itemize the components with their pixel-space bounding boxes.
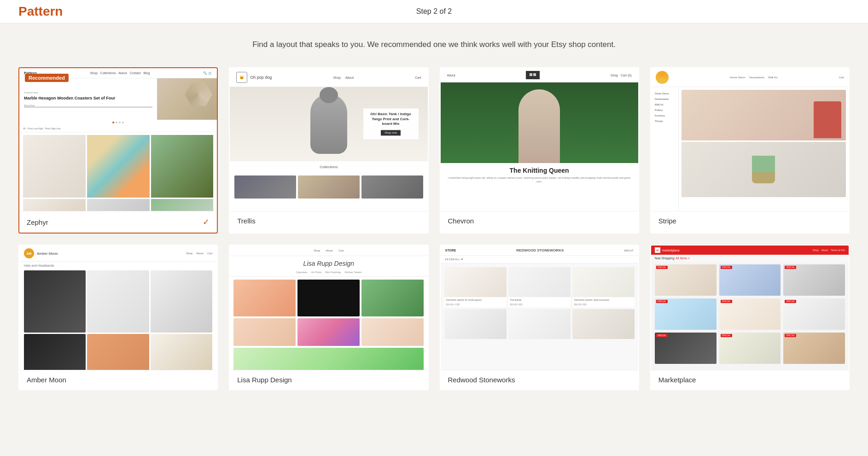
redwood-store-label: STORE [445, 249, 456, 252]
redwood-preview-container: STORE REDWOOD STONEWORKS ABOUT FILTER AL… [441, 246, 638, 370]
redwood-footer: Redwood Stoneworks [441, 370, 638, 389]
theme-card-zephyr[interactable]: Recommended Pattern Shop Collections Abo… [18, 67, 218, 234]
trellis-cart: Cart [415, 76, 421, 79]
trellis-nav-links: Shop About [333, 76, 354, 79]
trellis-collections-label: Collections [230, 161, 427, 173]
chevron-name: Chevron [448, 217, 474, 225]
lisa-nav: Shop About Cart [230, 246, 427, 256]
marketplace-logo: m marketplace [655, 247, 680, 253]
lisa-product-1 [233, 280, 296, 316]
chevron-person [518, 89, 560, 163]
svg-rect-1 [530, 73, 532, 76]
theme-card-lisa-rupp[interactable]: Shop About Cart Lisa Rupp Design Calenda… [229, 245, 428, 390]
theme-card-chevron[interactable]: About Shop Cart (0) The Knitting Queen I [440, 67, 639, 234]
mp-product-8: SPECIAL [719, 333, 781, 364]
mp-badge-7: SPECIAL [656, 334, 668, 337]
header: Pattern Step 2 of 2 [0, 0, 868, 23]
stripe-chair [814, 101, 841, 138]
theme-card-trellis[interactable]: 🐱 Oh pop dog Shop About Cart [229, 67, 428, 234]
pug-body [310, 94, 347, 154]
trellis-logo: 🐱 Oh pop dog [236, 72, 272, 83]
lisa-product-grid [230, 277, 427, 370]
pug-head [320, 87, 338, 103]
trellis-promo-title: Oh! Basic Tank / Indigo Twigs Print and … [369, 112, 413, 127]
redwood-product-5-img [508, 309, 571, 339]
amber-name: Amber Moon [27, 376, 66, 384]
amber-product-1 [24, 270, 86, 332]
amber-product-grid [19, 269, 217, 370]
redwood-product-3-price: $18.00 USD [572, 303, 635, 307]
mp-badge-2: SPECIAL [721, 266, 732, 269]
amber-product-4 [24, 334, 86, 370]
redwood-filter: FILTER ALL ▼ [441, 256, 638, 263]
trellis-promo-box: Oh! Basic Tank / Indigo Twigs Print and … [363, 109, 419, 140]
amber-nav: AM Amber Moon Shop About Cart [19, 246, 217, 262]
lisa-product-2 [297, 280, 360, 316]
marketplace-preview: m marketplace Shop About Terms & Info No… [651, 246, 849, 370]
stripe-footer: Stripe [651, 211, 849, 230]
chevron-footer: Chevron [441, 211, 638, 230]
amber-logo-circle: AM [24, 248, 34, 258]
trellis-shop-btn: Shop now [381, 130, 401, 136]
theme-card-stripe[interactable]: Home Decor Housewares Wall Art Cart Home… [650, 67, 850, 234]
step-label: Step 2 of 2 [416, 7, 452, 16]
amber-nav-links: Shop About Cart [186, 252, 212, 255]
theme-card-redwood[interactable]: STORE REDWOOD STONEWORKS ABOUT FILTER AL… [440, 245, 639, 390]
trellis-preview-container: 🐱 Oh pop dog Shop About Cart [230, 68, 427, 211]
zephyr-footer: Zephyr ✓ [19, 211, 217, 233]
mp-product-4: SPECIAL [655, 298, 717, 330]
amber-product-3 [151, 270, 212, 332]
marketplace-footer: Marketplace [651, 370, 849, 389]
mp-product-1: SPECIAL [655, 264, 717, 296]
lisa-product-7 [233, 348, 424, 370]
lisa-footer: Lisa Rupp Design [230, 370, 427, 389]
marketplace-logo-box: m [655, 247, 660, 253]
lisa-product-6 [361, 318, 424, 346]
redwood-product-3-img [572, 267, 635, 297]
mp-product-3: SPECIAL [783, 264, 845, 296]
redwood-product-2-price: $18.00 USD [508, 303, 571, 307]
logo: Pattern [18, 4, 63, 19]
redwood-product-1-img [444, 267, 507, 297]
zephyr-nav-links: Shop Collections About Contact Blog [90, 71, 150, 75]
amber-product-6 [151, 334, 212, 370]
trellis-preview: 🐱 Oh pop dog Shop About Cart [230, 68, 427, 211]
redwood-product-4 [444, 309, 507, 339]
trellis-logo-icon: 🐱 [236, 72, 247, 83]
redwood-product-5 [508, 309, 571, 339]
dot-2 [116, 122, 117, 123]
zephyr-hero: Featured Item Marble Hexagon Wooden Coas… [19, 78, 217, 120]
stripe-logo-sun [656, 71, 669, 84]
amber-product-2 [87, 270, 149, 332]
dot-3 [119, 122, 121, 123]
redwood-name: Redwood Stoneworks [448, 376, 515, 384]
zephyr-icons: 🔍 🛒 [203, 71, 212, 75]
trellis-footer: Trellis [230, 211, 427, 230]
mp-badge-5: SPECIAL [721, 300, 732, 303]
zephyr-product-5 [87, 199, 150, 211]
mp-product-7: SPECIAL [655, 333, 717, 364]
amber-preview: AM Amber Moon Shop About Cart Hats and H… [19, 246, 217, 370]
zephyr-product-title: Marble Hexagon Wooden Coasters Set of Fo… [24, 96, 152, 101]
chevron-preview: About Shop Cart (0) The Knitting Queen I [441, 68, 638, 211]
trellis-product-3 [361, 175, 423, 199]
trellis-product-2 [298, 175, 360, 199]
theme-card-amber-moon[interactable]: AM Amber Moon Shop About Cart Hats and H… [18, 245, 218, 390]
stripe-sidebar-throws: Throws [651, 118, 678, 124]
zephyr-product-grid [19, 132, 217, 211]
chevron-hero [441, 82, 638, 163]
trellis-hero: Oh! Basic Tank / Indigo Twigs Print and … [230, 87, 427, 161]
redwood-about: ABOUT [624, 249, 634, 252]
theme-card-marketplace[interactable]: m marketplace Shop About Terms & Info No… [650, 245, 850, 390]
zephyr-hero-text: Featured Item Marble Hexagon Wooden Coas… [19, 78, 157, 120]
redwood-product-1: Geometric planter for small spaces $18.0… [444, 267, 507, 307]
lisa-categories: Calendars Art Prints Mini Paintings Kitc… [230, 271, 427, 277]
stripe-image-bottom [682, 142, 846, 197]
mp-product-6-img: SPECIAL [783, 298, 845, 330]
marketplace-banner: Now Shopping: All Items » [651, 255, 849, 262]
mp-badge-6: SPECIAL [785, 300, 796, 303]
stripe-main: Home Decor Housewares Wall Art Pottery F… [651, 87, 849, 211]
subtitle-section: Find a layout that speaks to you. We rec… [0, 23, 868, 60]
mp-product-2-img: SPECIAL [719, 264, 781, 296]
redwood-nav: STORE REDWOOD STONEWORKS ABOUT [441, 246, 638, 256]
